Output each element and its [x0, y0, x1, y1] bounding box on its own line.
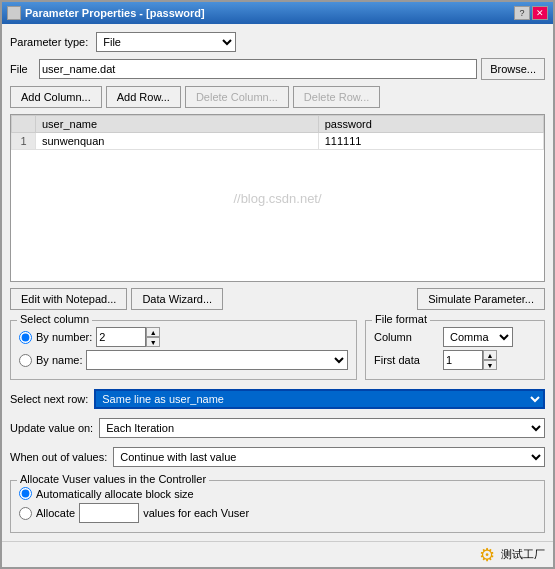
cell-password: 111111	[318, 133, 543, 150]
spin-up[interactable]: ▲	[146, 327, 160, 337]
first-data-input-group: ▲ ▼	[443, 350, 497, 370]
data-wizard-button[interactable]: Data Wizard...	[131, 288, 223, 310]
help-button[interactable]: ?	[514, 6, 530, 20]
col-user-name-header: user_name	[36, 116, 319, 133]
status-text: 测试工厂	[501, 547, 545, 562]
file-format-label: File format	[372, 313, 430, 325]
select-next-row-section: Select next row: Same line as user_name	[10, 389, 545, 409]
column-format-row: Column Comma	[374, 327, 536, 347]
row-num-header	[12, 116, 36, 133]
status-bar: ⚙ 测试工厂	[2, 541, 553, 567]
data-table-area: user_name password 1 sunwenquan 111111 /…	[10, 114, 545, 282]
by-name-radio[interactable]	[19, 354, 32, 367]
auto-allocate-label: Automatically allocate block size	[36, 488, 194, 500]
param-type-select[interactable]: File	[96, 32, 236, 52]
allocate-section: Allocate Vuser values in the Controller …	[10, 480, 545, 533]
first-data-input[interactable]	[443, 350, 483, 370]
bottom-buttons-row: Edit with Notepad... Data Wizard... Simu…	[10, 288, 545, 310]
edit-notepad-button[interactable]: Edit with Notepad...	[10, 288, 127, 310]
file-input[interactable]	[39, 59, 477, 79]
title-controls: ? ✕	[514, 6, 548, 20]
first-data-spin-up[interactable]: ▲	[483, 350, 497, 360]
delete-row-button[interactable]: Delete Row...	[293, 86, 380, 108]
by-number-row: By number: ▲ ▼	[19, 327, 348, 347]
allocate-label: Allocate Vuser values in the Controller	[17, 473, 209, 485]
window-icon	[7, 6, 21, 20]
title-bar: Parameter Properties - [password] ? ✕	[2, 2, 553, 24]
auto-allocate-radio[interactable]	[19, 487, 32, 500]
file-format-section: File format Column Comma First data ▲ ▼	[365, 320, 545, 380]
close-button[interactable]: ✕	[532, 6, 548, 20]
by-name-row: By name:	[19, 350, 348, 370]
manual-allocate-input[interactable]	[79, 503, 139, 523]
manual-allocate-row: Allocate values for each Vuser	[19, 503, 536, 523]
first-data-spinner: ▲ ▼	[483, 350, 497, 370]
by-name-label: By name:	[36, 354, 82, 366]
delete-column-button[interactable]: Delete Column...	[185, 86, 289, 108]
select-column-label: Select column	[17, 313, 92, 325]
param-type-row: Parameter type: File	[10, 32, 545, 52]
watermark-text: //blog.csdn.net/	[233, 191, 321, 206]
first-data-spin-down[interactable]: ▼	[483, 360, 497, 370]
spin-down[interactable]: ▼	[146, 337, 160, 347]
add-column-button[interactable]: Add Column...	[10, 86, 102, 108]
column-format-label: Column	[374, 331, 439, 343]
action-buttons-row: Add Column... Add Row... Delete Column..…	[10, 86, 545, 108]
status-icon: ⚙	[479, 544, 495, 566]
add-row-button[interactable]: Add Row...	[106, 86, 181, 108]
out-of-values-row: When out of values: Continue with last v…	[10, 447, 545, 467]
select-column-section: Select column By number: ▲ ▼ By name:	[10, 320, 357, 380]
file-row: File Browse...	[10, 58, 545, 80]
by-number-input[interactable]	[96, 327, 146, 347]
manual-allocate-label: Allocate	[36, 507, 75, 519]
cell-user-name: sunwenquan	[36, 133, 319, 150]
table-row: 1 sunwenquan 111111	[12, 133, 544, 150]
data-table: user_name password 1 sunwenquan 111111	[11, 115, 544, 150]
col-password-header: password	[318, 116, 543, 133]
out-of-values-select[interactable]: Continue with last value	[113, 447, 545, 467]
simulate-button[interactable]: Simulate Parameter...	[417, 288, 545, 310]
browse-button[interactable]: Browse...	[481, 58, 545, 80]
select-next-label: Select next row:	[10, 393, 88, 405]
by-name-select[interactable]	[86, 350, 348, 370]
by-number-spinner: ▲ ▼	[146, 327, 160, 347]
first-data-row: First data ▲ ▼	[374, 350, 536, 370]
column-format-select[interactable]: Comma	[443, 327, 513, 347]
file-label: File	[10, 63, 35, 75]
window-title: Parameter Properties - [password]	[25, 7, 205, 19]
update-value-label: Update value on:	[10, 422, 93, 434]
manual-allocate-radio[interactable]	[19, 507, 32, 520]
row-number: 1	[12, 133, 36, 150]
manual-allocate-suffix: values for each Vuser	[143, 507, 249, 519]
first-data-label: First data	[374, 354, 439, 366]
update-value-row: Update value on: Each Iteration	[10, 418, 545, 438]
select-next-row-select[interactable]: Same line as user_name	[94, 389, 545, 409]
param-type-label: Parameter type:	[10, 36, 88, 48]
by-number-radio[interactable]	[19, 331, 32, 344]
out-of-values-label: When out of values:	[10, 451, 107, 463]
by-number-label: By number:	[36, 331, 92, 343]
dialog-window: Parameter Properties - [password] ? ✕ Pa…	[0, 0, 555, 569]
update-value-select[interactable]: Each Iteration	[99, 418, 545, 438]
two-col-section: Select column By number: ▲ ▼ By name:	[10, 316, 545, 380]
dialog-content: Parameter type: File File Browse... Add …	[2, 24, 553, 541]
auto-allocate-row: Automatically allocate block size	[19, 487, 536, 500]
by-number-input-group: ▲ ▼	[96, 327, 160, 347]
